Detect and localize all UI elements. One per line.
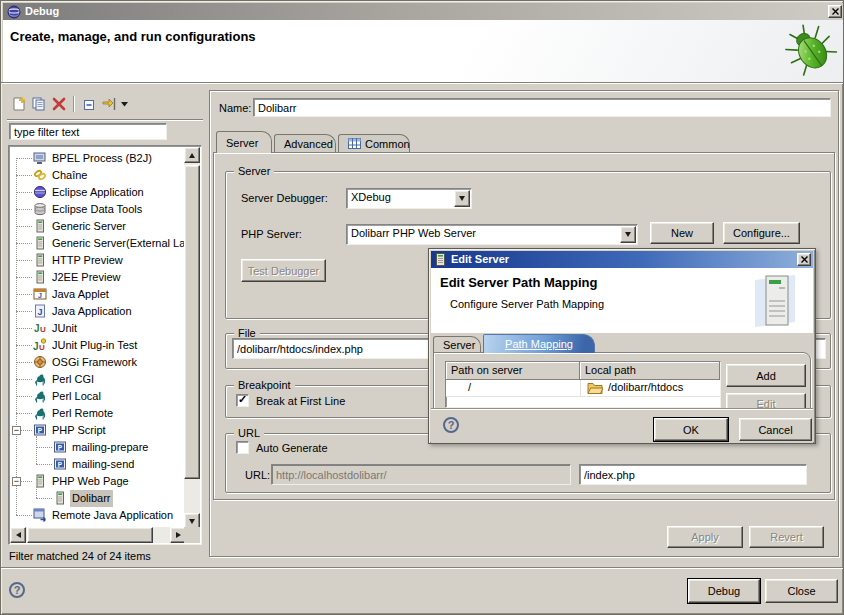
add-button[interactable]: Add xyxy=(726,364,806,387)
tree-item-generic-server[interactable]: Generic Server xyxy=(10,218,185,235)
tree-item-label: Java Application xyxy=(50,303,134,320)
dialog-tab-path-mapping[interactable]: Path Mapping xyxy=(483,334,595,353)
tree-item-junit[interactable]: JUJUnit xyxy=(10,320,185,337)
tree-item-eclipse-application[interactable]: Eclipse Application xyxy=(10,184,185,201)
ok-button[interactable]: OK xyxy=(654,418,728,441)
tree-item-j2ee-preview[interactable]: J2EE Preview xyxy=(10,269,185,286)
vscroll-thumb[interactable] xyxy=(184,165,200,479)
name-input[interactable] xyxy=(253,98,831,117)
url-path-input[interactable] xyxy=(579,464,807,485)
tree-item-perl-local[interactable]: Perl Local xyxy=(10,388,185,405)
scroll-up-icon[interactable] xyxy=(184,147,200,163)
tree-guide xyxy=(16,226,32,227)
auto-generate-label: Auto Generate xyxy=(256,442,328,454)
mapping-rows: //dolibarr/htdocs xyxy=(446,380,720,397)
config-panel: BPEL Process (B2J)ChaîneEclipse Applicat… xyxy=(7,89,203,547)
tree-rows: BPEL Process (B2J)ChaîneEclipse Applicat… xyxy=(10,147,185,527)
tree-item-cha-ne[interactable]: Chaîne xyxy=(10,167,185,184)
tree-item-bpel-process-b2j[interactable]: BPEL Process (B2J) xyxy=(10,150,185,167)
window-titlebar[interactable]: Debug xyxy=(3,3,843,20)
tree-guide xyxy=(16,175,32,176)
tree-item-mailing-send[interactable]: Pmailing-send xyxy=(10,456,185,473)
tree-item-perl-cgi[interactable]: Perl CGI xyxy=(10,371,185,388)
tab-server-label: Server xyxy=(226,137,258,149)
tree-item-generic-server-external-la[interactable]: Generic Server(External La xyxy=(10,235,185,252)
chevron-down-icon[interactable] xyxy=(454,190,470,207)
tree-item-java-application[interactable]: JJava Application xyxy=(10,303,185,320)
chain-icon xyxy=(33,168,47,182)
hscroll-thumb[interactable] xyxy=(27,527,153,543)
config-tree: BPEL Process (B2J)ChaîneEclipse Applicat… xyxy=(8,145,202,545)
path-on-server-cell: / xyxy=(468,381,471,393)
tree-item-junit-plug-in-test[interactable]: JUJUnit Plug-in Test xyxy=(10,337,185,354)
mapping-row[interactable]: //dolibarr/htdocs xyxy=(446,380,720,397)
cancel-button[interactable]: Cancel xyxy=(739,418,812,441)
window-close-button[interactable] xyxy=(828,5,842,18)
close-button[interactable]: Close xyxy=(765,579,838,603)
chevron-down-icon[interactable] xyxy=(620,226,636,243)
database-icon xyxy=(33,202,47,216)
tree-item-eclipse-data-tools[interactable]: Eclipse Data Tools xyxy=(10,201,185,218)
new-server-button[interactable]: New xyxy=(650,222,714,244)
tree-guide xyxy=(16,413,32,414)
tab-server[interactable]: Server xyxy=(216,131,272,153)
tree-hscrollbar[interactable] xyxy=(10,527,186,543)
tree-item-label: mailing-send xyxy=(70,456,136,473)
debug-button[interactable]: Debug xyxy=(688,579,760,603)
configure-button[interactable]: Configure... xyxy=(723,222,800,244)
tree-guide xyxy=(16,260,32,261)
filter-input[interactable] xyxy=(9,123,167,140)
tree-vscrollbar[interactable] xyxy=(184,147,200,529)
osgi-icon xyxy=(33,355,47,369)
camel-icon xyxy=(33,389,47,403)
tree-item-remote-java-application[interactable]: Remote Java Application xyxy=(10,507,185,524)
tab-advanced-label: Advanced xyxy=(284,138,333,150)
dialog-help-icon[interactable]: ? xyxy=(443,417,459,433)
server-debugger-combo[interactable]: XDebug xyxy=(346,188,472,209)
col-path-on-server[interactable]: Path on server xyxy=(446,362,580,380)
dialog-titlebar[interactable]: Edit Server xyxy=(431,251,813,268)
svg-text:U: U xyxy=(39,343,45,352)
dialog-tab-server[interactable]: Server xyxy=(433,336,481,353)
new-config-icon[interactable] xyxy=(9,94,29,114)
dialog-title: Edit Server xyxy=(451,253,509,265)
tree-item-dolibarr[interactable]: Dolibarr xyxy=(10,490,185,507)
help-icon[interactable]: ? xyxy=(9,582,25,598)
applet-icon: J xyxy=(33,287,47,301)
tree-guide xyxy=(36,464,52,465)
url-label: URL: xyxy=(245,469,270,481)
tab-advanced[interactable]: Advanced xyxy=(274,134,336,153)
php-server-combo[interactable]: Dolibarr PHP Web Server xyxy=(346,224,638,245)
tree-item-label: Eclipse Application xyxy=(50,184,146,201)
tree-item-http-preview[interactable]: HTTP Preview xyxy=(10,252,185,269)
revert-button[interactable]: Revert xyxy=(749,526,824,548)
url-base-input xyxy=(271,464,571,485)
dialog-close-button[interactable] xyxy=(797,253,811,266)
camel-icon xyxy=(33,406,47,420)
duplicate-icon[interactable] xyxy=(29,94,49,114)
test-debugger-button[interactable]: Test Debugger xyxy=(241,259,326,282)
breakpoint-group-label: Breakpoint xyxy=(234,379,295,391)
apply-button[interactable]: Apply xyxy=(667,526,743,548)
collapse-expander-icon[interactable]: − xyxy=(12,477,21,486)
tree-item-label: PHP Web Page xyxy=(50,473,131,490)
collapse-expander-icon[interactable]: − xyxy=(12,426,21,435)
tab-common[interactable]: Common xyxy=(338,134,410,153)
tree-item-osgi-framework[interactable]: OSGi Framework xyxy=(10,354,185,371)
dialog-help-glyph: ? xyxy=(448,419,455,431)
menu-down-icon[interactable] xyxy=(119,94,129,114)
delete-icon[interactable] xyxy=(49,94,69,114)
break-first-line-label: Break at First Line xyxy=(256,395,345,407)
col-local-path[interactable]: Local path xyxy=(580,362,720,380)
tree-item-mailing-prepare[interactable]: Pmailing-prepare xyxy=(10,439,185,456)
filter-icon[interactable] xyxy=(99,94,119,114)
auto-generate-checkbox[interactable] xyxy=(236,441,249,454)
tree-item-perl-remote[interactable]: Perl Remote xyxy=(10,405,185,422)
break-first-line-checkbox[interactable] xyxy=(236,394,249,407)
tree-guide xyxy=(16,277,32,278)
tree-guide xyxy=(16,243,32,244)
tree-item-java-applet[interactable]: JJava Applet xyxy=(10,286,185,303)
scroll-left-icon[interactable] xyxy=(10,527,26,543)
help-glyph: ? xyxy=(14,584,21,596)
collapse-all-icon[interactable] xyxy=(79,94,99,114)
